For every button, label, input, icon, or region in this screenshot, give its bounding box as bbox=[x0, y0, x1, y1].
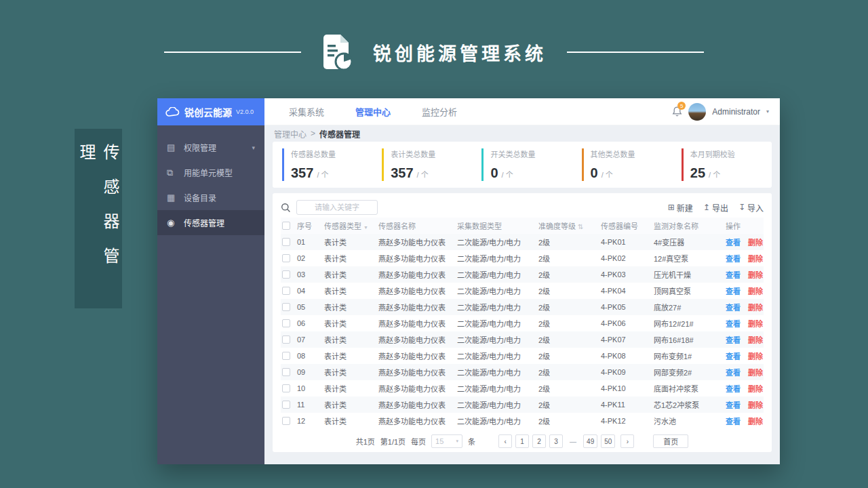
header-sensor-type[interactable]: 传感器类型▼ bbox=[324, 220, 378, 231]
search-icon[interactable] bbox=[281, 203, 291, 213]
delete-link[interactable]: 删除 bbox=[748, 369, 763, 377]
row-checkbox[interactable] bbox=[282, 417, 290, 425]
view-link[interactable]: 查看 bbox=[726, 255, 741, 263]
row-checkbox[interactable] bbox=[282, 238, 290, 246]
delete-link[interactable]: 删除 bbox=[748, 336, 763, 344]
page-button[interactable]: 50 bbox=[601, 434, 615, 448]
page-button[interactable]: 1 bbox=[515, 434, 529, 448]
row-checkbox[interactable] bbox=[282, 287, 290, 295]
export-button[interactable]: ↥ 导出 bbox=[703, 202, 728, 214]
row-checkbox[interactable] bbox=[282, 303, 290, 311]
row-checkbox[interactable] bbox=[282, 254, 290, 262]
nav-item[interactable]: 管理中心 bbox=[355, 105, 391, 118]
cloud-logo-icon bbox=[165, 107, 180, 117]
stat-block: 本月到期校验 25/ 个 bbox=[682, 148, 772, 181]
pagination-unit: 条 bbox=[468, 436, 475, 447]
table-row: 01 表计类 燕赵多功能电力仪表 二次能源/电力/电力 2级 4-PK01 4#… bbox=[281, 234, 764, 250]
page-button[interactable]: — bbox=[566, 434, 580, 448]
table-row: 11 表计类 燕赵多功能电力仪表 二次能源/电力/电力 2级 4-PK11 芯1… bbox=[281, 396, 764, 413]
search-input[interactable] bbox=[296, 200, 378, 215]
sidebar-item[interactable]: ⧉ 用能单元模型 bbox=[157, 160, 264, 185]
pagination-total: 共1页 bbox=[356, 436, 375, 447]
nav-item[interactable]: 采集系统 bbox=[289, 105, 324, 118]
stats-card: 传感器总数量 357/ 个 表计类总数量 357/ 个 开关类总数量 0/ 个 bbox=[273, 142, 772, 188]
view-link[interactable]: 查看 bbox=[726, 287, 741, 296]
delete-link[interactable]: 删除 bbox=[748, 352, 763, 361]
stat-block: 开关类总数量 0/ 个 bbox=[481, 148, 572, 181]
pagination: 共1页 第1/1页 每页 15 ▾ 条 ‹ 123—4950 › 首页 bbox=[281, 430, 764, 452]
view-link[interactable]: 查看 bbox=[726, 418, 741, 426]
stat-value: 357/ 个 bbox=[391, 165, 472, 181]
row-checkbox[interactable] bbox=[282, 270, 290, 279]
breadcrumb: 管理中心 > 传感器管理 bbox=[264, 125, 780, 142]
view-link[interactable]: 查看 bbox=[726, 304, 741, 312]
stat-label: 开关类总数量 bbox=[490, 148, 572, 159]
chevron-down-icon: ▾ bbox=[252, 144, 255, 151]
delete-link[interactable]: 删除 bbox=[748, 320, 763, 328]
content-area: 管理中心 > 传感器管理 传感器总数量 357/ 个 表计类总数量 357/ 个 bbox=[264, 125, 780, 464]
side-vertical-label: 传感器管理 bbox=[75, 129, 122, 308]
view-link[interactable]: 查看 bbox=[726, 352, 741, 361]
view-link[interactable]: 查看 bbox=[726, 369, 741, 377]
banner-line-left bbox=[164, 52, 301, 53]
import-button[interactable]: ↧ 导入 bbox=[738, 202, 764, 214]
row-checkbox[interactable] bbox=[282, 401, 290, 409]
stat-label: 其他类总数量 bbox=[591, 148, 672, 159]
table-row: 08 表计类 燕赵多功能电力仪表 二次能源/电力/电力 2级 4-PK08 网布… bbox=[281, 348, 764, 364]
delete-link[interactable]: 删除 bbox=[748, 255, 763, 263]
select-all-checkbox[interactable] bbox=[282, 222, 290, 230]
page-size-select[interactable]: 15 ▾ bbox=[431, 434, 462, 448]
delete-link[interactable]: 删除 bbox=[748, 304, 763, 312]
view-link[interactable]: 查看 bbox=[726, 385, 741, 393]
row-checkbox[interactable] bbox=[282, 384, 290, 392]
user-name[interactable]: Administrator bbox=[712, 107, 760, 117]
header-data-type: 采集数据类型 bbox=[457, 220, 538, 231]
delete-link[interactable]: 删除 bbox=[748, 271, 763, 279]
breadcrumb-parent[interactable]: 管理中心 bbox=[274, 128, 307, 140]
sidebar-item[interactable]: ◉ 传感器管理 bbox=[157, 210, 264, 235]
user-dropdown-icon[interactable]: ▾ bbox=[766, 108, 769, 115]
stat-label: 传感器总数量 bbox=[291, 148, 372, 159]
breadcrumb-current: 传感器管理 bbox=[319, 128, 360, 140]
table-header: 序号 传感器类型▼ 传感器名称 采集数据类型 准确度等级⇅ 传感器编号 监测对象… bbox=[281, 218, 764, 234]
row-checkbox[interactable] bbox=[282, 336, 290, 344]
row-checkbox[interactable] bbox=[282, 352, 290, 360]
menu-icon: ▤ bbox=[167, 142, 177, 152]
header-target-name: 监测对象名称 bbox=[654, 220, 726, 231]
notification-bell-icon[interactable]: 5 bbox=[672, 106, 682, 117]
select-caret-icon: ▾ bbox=[456, 439, 459, 444]
page-button[interactable]: 49 bbox=[583, 434, 597, 448]
home-page-button[interactable]: 首页 bbox=[653, 434, 688, 448]
table-row: 05 表计类 燕赵多功能电力仪表 二次能源/电力/电力 2级 4-PK05 底放… bbox=[281, 299, 764, 315]
delete-link[interactable]: 删除 bbox=[748, 239, 763, 247]
nav-item[interactable]: 监控分析 bbox=[422, 105, 457, 118]
view-link[interactable]: 查看 bbox=[726, 239, 741, 247]
page-background: 锐创能源管理系统 传感器管理 锐创云能源 V2.0.0 ▤ 权限管理 bbox=[0, 0, 868, 488]
header-accuracy[interactable]: 准确度等级⇅ bbox=[538, 220, 601, 231]
page-button[interactable]: 3 bbox=[549, 434, 563, 448]
user-avatar[interactable] bbox=[688, 103, 706, 121]
table-row: 12 表计类 燕赵多功能电力仪表 二次能源/电力/电力 2级 4-PK12 污水… bbox=[281, 413, 764, 429]
prev-page-button[interactable]: ‹ bbox=[498, 434, 512, 448]
pager: ‹ 123—4950 bbox=[498, 434, 615, 448]
create-button[interactable]: ⊞ 新建 bbox=[668, 202, 693, 214]
next-page-button[interactable]: › bbox=[620, 434, 634, 448]
sidebar-item[interactable]: ▤ 权限管理 ▾ bbox=[157, 135, 264, 160]
delete-link[interactable]: 删除 bbox=[748, 418, 763, 426]
delete-link[interactable]: 删除 bbox=[748, 401, 763, 409]
sidebar-item[interactable]: ▦ 设备目录 bbox=[157, 185, 264, 210]
stat-value: 357/ 个 bbox=[291, 165, 372, 181]
row-checkbox[interactable] bbox=[282, 319, 290, 327]
delete-link[interactable]: 删除 bbox=[748, 287, 763, 296]
sidebar-item-label: 设备目录 bbox=[184, 192, 216, 203]
view-link[interactable]: 查看 bbox=[726, 401, 741, 409]
row-checkbox[interactable] bbox=[282, 368, 290, 376]
view-link[interactable]: 查看 bbox=[726, 271, 741, 279]
delete-link[interactable]: 删除 bbox=[748, 385, 763, 393]
header-sensor-code: 传感器编号 bbox=[601, 220, 654, 231]
page-button[interactable]: 2 bbox=[532, 434, 546, 448]
view-link[interactable]: 查看 bbox=[726, 336, 741, 344]
page-banner: 锐创能源管理系统 bbox=[0, 34, 868, 70]
document-chart-icon bbox=[321, 34, 353, 70]
view-link[interactable]: 查看 bbox=[726, 320, 741, 328]
